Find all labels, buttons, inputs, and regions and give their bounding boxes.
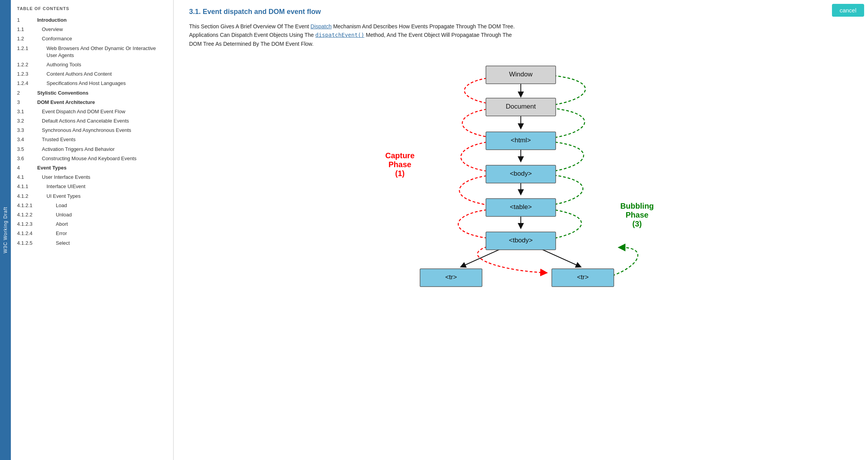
toc-num: 3.4 bbox=[17, 136, 37, 143]
toc-item-1-2[interactable]: 1.2Conformance bbox=[11, 34, 173, 43]
table-node: <table> bbox=[486, 199, 556, 216]
section-paragraph: This Section Gives A Brief Overview Of T… bbox=[189, 22, 522, 48]
toc-label: Authoring Tools bbox=[42, 61, 81, 68]
toc-item-4-1-1[interactable]: 4.1.1Interface UIEvent bbox=[11, 182, 173, 191]
section-heading: 3.1. Event dispatch and DOM event flow bbox=[189, 8, 852, 16]
window-node: Window bbox=[486, 66, 556, 84]
toc-label: Trusted Events bbox=[37, 136, 76, 143]
toc-num: 1.2.3 bbox=[17, 71, 42, 78]
toc-item-1-1[interactable]: 1.1Overview bbox=[11, 25, 173, 34]
capture-phase-label-2: Phase bbox=[389, 160, 412, 169]
toc-item-3-4[interactable]: 3.4Trusted Events bbox=[11, 135, 173, 144]
toc-item-4-1-2-5[interactable]: 4.1.2.5Select bbox=[11, 239, 173, 248]
bubbling-phase-label: Bubbling bbox=[620, 202, 654, 210]
capture-phase-label: Capture bbox=[385, 151, 415, 160]
toc-num: 4 bbox=[17, 164, 37, 171]
paragraph-part1: This Section Gives A Brief Overview Of T… bbox=[189, 23, 310, 29]
toc-label: Unload bbox=[46, 211, 72, 218]
svg-text:<body>: <body> bbox=[510, 170, 532, 178]
toc-label: Event Types bbox=[37, 164, 67, 171]
toc-label: Specifications And Host Languages bbox=[42, 80, 126, 87]
svg-line-5 bbox=[463, 249, 501, 266]
toc-item-4-1[interactable]: 4.1User Interface Events bbox=[11, 173, 173, 182]
toc-num: 4.1.2.2 bbox=[17, 211, 46, 218]
toc-panel: TABLE OF CONTENTS 1Introduction1.1Overvi… bbox=[11, 0, 174, 460]
svg-text:<tr>: <tr> bbox=[445, 274, 457, 281]
toc-num: 4.1.2 bbox=[17, 193, 42, 200]
toc-label: User Interface Events bbox=[37, 174, 90, 181]
dom-event-flow-diagram: Capture Phase (1) Bubbling Phase (3) bbox=[374, 57, 668, 298]
toc-item-1[interactable]: 1Introduction bbox=[11, 16, 173, 25]
dispatch-link[interactable]: Dispatch bbox=[310, 23, 331, 29]
toc-item-4[interactable]: 4Event Types bbox=[11, 163, 173, 173]
toc-item-1-2-3[interactable]: 1.2.3Content Authors And Content bbox=[11, 69, 173, 79]
toc-label: Event Dispatch And DOM Event Flow bbox=[37, 108, 125, 115]
toc-num: 4.1.2.4 bbox=[17, 230, 46, 237]
bubbling-phase-label-3: (3) bbox=[632, 220, 642, 228]
cancel-button[interactable]: cancel bbox=[832, 4, 864, 17]
body-node: <body> bbox=[486, 165, 556, 183]
toc-label: Synchronous And Asynchronous Events bbox=[37, 127, 131, 134]
toc-item-3-6[interactable]: 3.6Constructing Mouse And Keyboard Event… bbox=[11, 154, 173, 163]
toc-label: Error bbox=[46, 230, 67, 237]
toc-label: Content Authors And Content bbox=[42, 71, 112, 78]
tr1-node: <tr> bbox=[420, 269, 482, 287]
toc-num: 3.2 bbox=[17, 118, 37, 125]
svg-text:Document: Document bbox=[506, 103, 536, 111]
toc-num: 3.1 bbox=[17, 108, 37, 115]
toc-num: 4.1.2.1 bbox=[17, 202, 46, 209]
tr2-node: <tr> bbox=[552, 269, 614, 287]
document-node: Document bbox=[486, 98, 556, 116]
toc-num: 1.2.4 bbox=[17, 80, 42, 87]
toc-num: 3.6 bbox=[17, 155, 37, 162]
toc-item-3[interactable]: 3DOM Event Architecture bbox=[11, 98, 173, 107]
toc-title: TABLE OF CONTENTS bbox=[11, 6, 173, 16]
toc-item-4-1-2-2[interactable]: 4.1.2.2Unload bbox=[11, 210, 173, 220]
toc-label: Select bbox=[46, 240, 70, 247]
toc-item-3-2[interactable]: 3.2Default Actions And Cancelable Events bbox=[11, 116, 173, 126]
toc-item-4-1-2[interactable]: 4.1.2UI Event Types bbox=[11, 192, 173, 201]
toc-label: DOM Event Architecture bbox=[37, 99, 95, 106]
toc-num: 1.2.1 bbox=[17, 45, 42, 52]
toc-item-3-3[interactable]: 3.3Synchronous And Asynchronous Events bbox=[11, 126, 173, 135]
toc-label: Constructing Mouse And Keyboard Events bbox=[37, 155, 136, 162]
toc-num: 4.1 bbox=[17, 174, 37, 181]
toc-num: 1.2.2 bbox=[17, 61, 42, 68]
toc-item-2[interactable]: 2Stylistic Conventions bbox=[11, 88, 173, 98]
svg-text:<tr>: <tr> bbox=[577, 274, 589, 281]
toc-items: 1Introduction1.1Overview1.2Conformance1.… bbox=[11, 16, 173, 248]
toc-label: Web Browsers And Other Dynamic Or Intera… bbox=[42, 45, 167, 59]
toc-item-4-1-2-1[interactable]: 4.1.2.1Load bbox=[11, 201, 173, 210]
toc-item-1-2-2[interactable]: 1.2.2Authoring Tools bbox=[11, 60, 173, 69]
svg-text:<html>: <html> bbox=[511, 137, 531, 144]
toc-num: 1.2 bbox=[17, 35, 37, 42]
toc-label: Introduction bbox=[37, 17, 67, 24]
toc-num: 1.1 bbox=[17, 26, 37, 33]
toc-item-3-5[interactable]: 3.5Activation Triggers And Behavior bbox=[11, 145, 173, 154]
toc-item-3-1[interactable]: 3.1Event Dispatch And DOM Event Flow bbox=[11, 107, 173, 116]
toc-label: Overview bbox=[37, 26, 63, 33]
toc-item-1-2-1[interactable]: 1.2.1Web Browsers And Other Dynamic Or I… bbox=[11, 44, 173, 60]
toc-label: Stylistic Conventions bbox=[37, 90, 88, 97]
dispatch-event-link[interactable]: dispatchEvent() bbox=[315, 32, 364, 38]
toc-label: Load bbox=[46, 202, 67, 209]
toc-num: 4.1.2.3 bbox=[17, 221, 46, 228]
toc-item-4-1-2-3[interactable]: 4.1.2.3Abort bbox=[11, 220, 173, 229]
toc-item-1-2-4[interactable]: 1.2.4Specifications And Host Languages bbox=[11, 79, 173, 88]
toc-num: 1 bbox=[17, 17, 37, 24]
toc-num: 2 bbox=[17, 90, 37, 97]
svg-line-6 bbox=[540, 249, 579, 266]
main-content: cancel 3.1. Event dispatch and DOM event… bbox=[174, 0, 868, 460]
svg-text:<tbody>: <tbody> bbox=[509, 237, 533, 244]
toc-label: Abort bbox=[46, 221, 68, 228]
toc-label: Interface UIEvent bbox=[42, 183, 85, 190]
toc-num: 4.1.2.5 bbox=[17, 240, 46, 247]
toc-label: Conformance bbox=[37, 35, 72, 42]
toc-label: Activation Triggers And Behavior bbox=[37, 146, 115, 153]
toc-label: Default Actions And Cancelable Events bbox=[37, 118, 129, 125]
html-node: <html> bbox=[486, 132, 556, 150]
toc-label: UI Event Types bbox=[42, 193, 81, 200]
svg-text:<table>: <table> bbox=[510, 204, 532, 211]
toc-num: 4.1.1 bbox=[17, 183, 42, 190]
toc-item-4-1-2-4[interactable]: 4.1.2.4Error bbox=[11, 229, 173, 238]
